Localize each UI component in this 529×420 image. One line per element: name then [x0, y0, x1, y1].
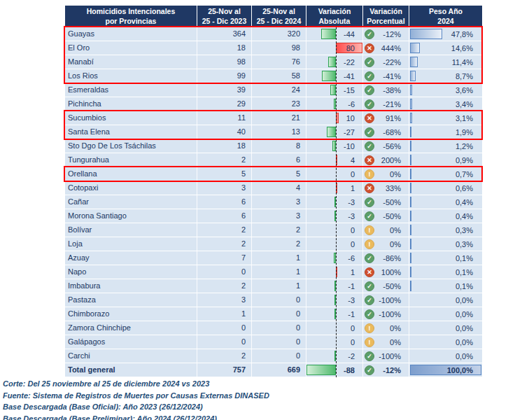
variacion-porcentual-cell: ✓ -86%	[363, 251, 409, 265]
variacion-porcentual-value: -41%	[383, 72, 401, 80]
variacion-porcentual-value: 91%	[386, 114, 401, 122]
table-row: Guayas 364 320 -44 ✓ -12% 47,8%	[65, 27, 482, 41]
peso-cell: 0,0%	[409, 349, 482, 363]
variacion-absoluta-cell: 10	[306, 111, 363, 125]
peso-data-bar	[410, 99, 412, 109]
variacion-absoluta-value: -3	[348, 296, 355, 304]
variacion-absoluta-cell: -1	[306, 279, 363, 293]
value-2023-cell: 364	[197, 27, 252, 41]
variacion-absoluta-cell: -44	[306, 27, 363, 41]
variacion-porcentual-cell: ! 0%	[363, 223, 409, 237]
variation-data-bar	[321, 29, 336, 39]
peso-cell: 1,2%	[409, 139, 482, 153]
value-2023-cell: 3	[197, 181, 252, 195]
variacion-absoluta-value: -15	[344, 86, 355, 94]
variacion-absoluta-cell: 0	[306, 321, 363, 335]
variacion-absoluta-cell: -41	[306, 69, 363, 83]
value-2024-cell: 1	[252, 265, 306, 279]
peso-data-bar	[410, 29, 442, 39]
peso-cell: 14,6%	[409, 41, 482, 55]
table-row: Imbabura 2 1 -1 ✓ -50% 0,1%	[65, 279, 482, 293]
header-line: Variación	[306, 7, 362, 17]
check-circle-icon: ✓	[365, 281, 374, 291]
table-row: Pastaza 3 0 -3 ✓ -100% 0,0%	[65, 293, 482, 307]
variation-data-bar	[334, 295, 336, 305]
table-header: Homicidios Intencionales por Provincias …	[65, 6, 482, 27]
table-row: Azuay 7 1 -6 ✓ -86% 0,1%	[65, 251, 482, 265]
variacion-absoluta-cell: -3	[306, 209, 363, 223]
peso-value: 11,4%	[452, 58, 473, 66]
peso-cell: 3,6%	[409, 83, 482, 97]
variacion-absoluta-cell: -3	[306, 195, 363, 209]
province-cell: Pichincha	[65, 97, 197, 111]
peso-data-bar	[410, 183, 411, 193]
peso-cell: 0,4%	[409, 195, 482, 209]
value-2024-cell: 0	[252, 321, 306, 335]
variacion-absoluta-value: 4	[351, 156, 355, 164]
variacion-porcentual-cell: ! 0%	[363, 237, 409, 251]
table-row: Galápagos 0 0 0 ! 0% 0,0%	[65, 335, 482, 349]
variacion-absoluta-value: 80	[346, 44, 355, 52]
value-2023-cell: 98	[197, 55, 252, 69]
peso-value: 0,0%	[456, 352, 473, 360]
variacion-absoluta-cell: 0	[306, 223, 363, 237]
value-2024-cell: 2	[252, 237, 306, 251]
value-2023-cell: 757	[197, 363, 252, 377]
warning-circle-icon: !	[365, 169, 374, 179]
variacion-porcentual-cell: ✓ -68%	[363, 125, 409, 139]
peso-value: 3,6%	[456, 86, 473, 94]
variacion-porcentual-value: 444%	[381, 44, 401, 52]
peso-cell: 0,9%	[409, 153, 482, 167]
check-circle-icon: ✓	[365, 253, 374, 263]
variacion-porcentual-cell: ✓ -56%	[363, 139, 409, 153]
peso-data-bar	[410, 253, 411, 263]
variation-data-bar	[334, 309, 336, 319]
cross-circle-icon: ✕	[365, 155, 374, 165]
peso-value: 0,4%	[456, 212, 473, 220]
variacion-porcentual-cell: ✕ 91%	[363, 111, 409, 125]
variacion-absoluta-cell: -6	[306, 97, 363, 111]
check-circle-icon: ✓	[365, 29, 374, 39]
peso-data-bar	[410, 239, 411, 249]
province-cell: Loja	[65, 237, 197, 251]
warning-circle-icon: !	[365, 323, 374, 333]
cross-circle-icon: ✕	[365, 267, 374, 277]
variacion-absoluta-cell: -2	[306, 349, 363, 363]
variacion-porcentual-cell: ! 0%	[363, 167, 409, 181]
variacion-absoluta-cell: -6	[306, 251, 363, 265]
variacion-absoluta-value: 0	[351, 170, 355, 178]
province-cell: Cotopaxi	[65, 181, 197, 195]
cross-circle-icon: ✕	[365, 43, 374, 53]
variacion-absoluta-value: 0	[351, 240, 355, 248]
variacion-absoluta-value: -88	[344, 366, 355, 374]
value-2024-cell: 76	[252, 55, 306, 69]
peso-value: 100,0%	[447, 366, 473, 374]
warning-circle-icon: !	[365, 337, 374, 347]
variacion-porcentual-value: 0%	[390, 338, 401, 346]
check-circle-icon: ✓	[365, 85, 374, 95]
variacion-absoluta-value: -3	[348, 198, 355, 206]
peso-data-bar	[410, 155, 411, 165]
peso-data-bar	[410, 85, 412, 95]
variacion-porcentual-cell: ✕ 33%	[363, 181, 409, 195]
table-row: Cotopaxi 3 4 1 ✕ 33% 0,6%	[65, 181, 482, 195]
variacion-absoluta-value: -6	[348, 100, 355, 108]
variacion-absoluta-cell: 4	[306, 153, 363, 167]
table-row: Manabí 98 76 -22 ✓ -22% 11,4%	[65, 55, 482, 69]
peso-value: 14,6%	[451, 44, 473, 52]
value-2024-cell: 98	[252, 41, 306, 55]
table-row: Tungurahua 2 6 4 ✕ 200% 0,9%	[65, 153, 482, 167]
value-2024-cell: 0	[252, 349, 306, 363]
peso-cell: 0,0%	[409, 321, 482, 335]
peso-data-bar	[410, 197, 411, 207]
variacion-absoluta-cell: 0	[306, 237, 363, 251]
peso-value: 8,7%	[456, 72, 473, 80]
variacion-absoluta-cell: 80	[306, 41, 363, 55]
value-2023-cell: 3	[197, 293, 252, 307]
variacion-porcentual-value: 33%	[386, 184, 401, 192]
province-cell: El Oro	[65, 41, 197, 55]
footnotes: Corte: Del 25 noviembre al 25 de diciemb…	[3, 378, 269, 420]
table-row: Sucumbios 11 21 10 ✕ 91% 3,1%	[65, 111, 482, 125]
header-line: 25 - Dic 2023	[197, 17, 251, 27]
province-cell: Santa Elena	[65, 125, 197, 139]
